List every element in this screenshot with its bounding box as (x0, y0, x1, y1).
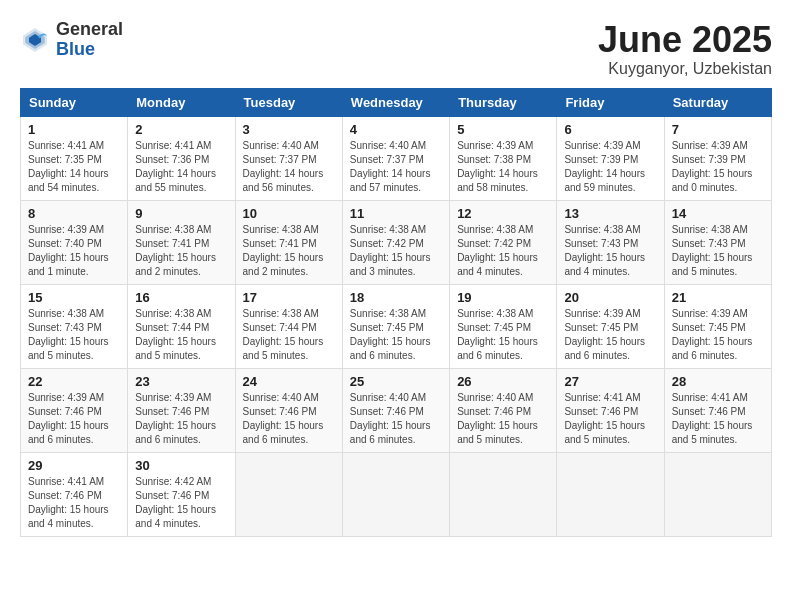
day-number: 15 (28, 290, 120, 305)
day-content: Sunrise: 4:41 AMSunset: 7:46 PMDaylight:… (564, 391, 656, 447)
table-row: 4Sunrise: 4:40 AMSunset: 7:37 PMDaylight… (342, 116, 449, 200)
day-content: Sunrise: 4:40 AMSunset: 7:46 PMDaylight:… (243, 391, 335, 447)
day-number: 7 (672, 122, 764, 137)
day-number: 5 (457, 122, 549, 137)
day-number: 13 (564, 206, 656, 221)
location-title: Kuyganyor, Uzbekistan (598, 60, 772, 78)
day-content: Sunrise: 4:38 AMSunset: 7:42 PMDaylight:… (350, 223, 442, 279)
table-row (342, 452, 449, 536)
table-row: 12Sunrise: 4:38 AMSunset: 7:42 PMDayligh… (450, 200, 557, 284)
calendar-row-2: 8Sunrise: 4:39 AMSunset: 7:40 PMDaylight… (21, 200, 772, 284)
day-content: Sunrise: 4:38 AMSunset: 7:45 PMDaylight:… (350, 307, 442, 363)
table-row: 10Sunrise: 4:38 AMSunset: 7:41 PMDayligh… (235, 200, 342, 284)
calendar-row-4: 22Sunrise: 4:39 AMSunset: 7:46 PMDayligh… (21, 368, 772, 452)
table-row: 7Sunrise: 4:39 AMSunset: 7:39 PMDaylight… (664, 116, 771, 200)
day-content: Sunrise: 4:41 AMSunset: 7:36 PMDaylight:… (135, 139, 227, 195)
day-content: Sunrise: 4:38 AMSunset: 7:43 PMDaylight:… (564, 223, 656, 279)
day-content: Sunrise: 4:38 AMSunset: 7:44 PMDaylight:… (135, 307, 227, 363)
day-content: Sunrise: 4:40 AMSunset: 7:37 PMDaylight:… (243, 139, 335, 195)
header-tuesday: Tuesday (235, 88, 342, 116)
day-content: Sunrise: 4:39 AMSunset: 7:38 PMDaylight:… (457, 139, 549, 195)
header-thursday: Thursday (450, 88, 557, 116)
day-content: Sunrise: 4:38 AMSunset: 7:43 PMDaylight:… (28, 307, 120, 363)
table-row: 15Sunrise: 4:38 AMSunset: 7:43 PMDayligh… (21, 284, 128, 368)
page-header: General Blue June 2025 Kuyganyor, Uzbeki… (20, 20, 772, 78)
day-content: Sunrise: 4:40 AMSunset: 7:37 PMDaylight:… (350, 139, 442, 195)
day-number: 17 (243, 290, 335, 305)
table-row (450, 452, 557, 536)
logo-blue-text: Blue (56, 40, 123, 60)
table-row: 11Sunrise: 4:38 AMSunset: 7:42 PMDayligh… (342, 200, 449, 284)
day-number: 19 (457, 290, 549, 305)
header-sunday: Sunday (21, 88, 128, 116)
day-content: Sunrise: 4:39 AMSunset: 7:39 PMDaylight:… (564, 139, 656, 195)
logo: General Blue (20, 20, 123, 60)
day-number: 22 (28, 374, 120, 389)
day-number: 9 (135, 206, 227, 221)
day-content: Sunrise: 4:38 AMSunset: 7:41 PMDaylight:… (243, 223, 335, 279)
day-number: 11 (350, 206, 442, 221)
day-content: Sunrise: 4:41 AMSunset: 7:46 PMDaylight:… (672, 391, 764, 447)
day-content: Sunrise: 4:39 AMSunset: 7:39 PMDaylight:… (672, 139, 764, 195)
calendar-header-row: Sunday Monday Tuesday Wednesday Thursday… (21, 88, 772, 116)
day-number: 29 (28, 458, 120, 473)
day-number: 24 (243, 374, 335, 389)
day-content: Sunrise: 4:41 AMSunset: 7:35 PMDaylight:… (28, 139, 120, 195)
day-content: Sunrise: 4:39 AMSunset: 7:45 PMDaylight:… (564, 307, 656, 363)
table-row: 26Sunrise: 4:40 AMSunset: 7:46 PMDayligh… (450, 368, 557, 452)
day-number: 12 (457, 206, 549, 221)
day-number: 6 (564, 122, 656, 137)
header-saturday: Saturday (664, 88, 771, 116)
day-number: 21 (672, 290, 764, 305)
table-row: 24Sunrise: 4:40 AMSunset: 7:46 PMDayligh… (235, 368, 342, 452)
table-row: 14Sunrise: 4:38 AMSunset: 7:43 PMDayligh… (664, 200, 771, 284)
calendar-row-1: 1Sunrise: 4:41 AMSunset: 7:35 PMDaylight… (21, 116, 772, 200)
table-row (235, 452, 342, 536)
table-row: 2Sunrise: 4:41 AMSunset: 7:36 PMDaylight… (128, 116, 235, 200)
day-number: 8 (28, 206, 120, 221)
table-row: 27Sunrise: 4:41 AMSunset: 7:46 PMDayligh… (557, 368, 664, 452)
table-row: 8Sunrise: 4:39 AMSunset: 7:40 PMDaylight… (21, 200, 128, 284)
day-number: 18 (350, 290, 442, 305)
table-row: 25Sunrise: 4:40 AMSunset: 7:46 PMDayligh… (342, 368, 449, 452)
day-number: 1 (28, 122, 120, 137)
day-content: Sunrise: 4:40 AMSunset: 7:46 PMDaylight:… (350, 391, 442, 447)
day-number: 20 (564, 290, 656, 305)
day-number: 30 (135, 458, 227, 473)
day-number: 2 (135, 122, 227, 137)
table-row: 28Sunrise: 4:41 AMSunset: 7:46 PMDayligh… (664, 368, 771, 452)
calendar-table: Sunday Monday Tuesday Wednesday Thursday… (20, 88, 772, 537)
day-content: Sunrise: 4:39 AMSunset: 7:46 PMDaylight:… (28, 391, 120, 447)
day-number: 10 (243, 206, 335, 221)
day-number: 27 (564, 374, 656, 389)
day-content: Sunrise: 4:38 AMSunset: 7:44 PMDaylight:… (243, 307, 335, 363)
day-content: Sunrise: 4:38 AMSunset: 7:45 PMDaylight:… (457, 307, 549, 363)
table-row (664, 452, 771, 536)
day-content: Sunrise: 4:40 AMSunset: 7:46 PMDaylight:… (457, 391, 549, 447)
table-row: 3Sunrise: 4:40 AMSunset: 7:37 PMDaylight… (235, 116, 342, 200)
day-content: Sunrise: 4:42 AMSunset: 7:46 PMDaylight:… (135, 475, 227, 531)
header-monday: Monday (128, 88, 235, 116)
day-content: Sunrise: 4:39 AMSunset: 7:45 PMDaylight:… (672, 307, 764, 363)
day-number: 3 (243, 122, 335, 137)
day-content: Sunrise: 4:39 AMSunset: 7:46 PMDaylight:… (135, 391, 227, 447)
table-row: 5Sunrise: 4:39 AMSunset: 7:38 PMDaylight… (450, 116, 557, 200)
table-row: 20Sunrise: 4:39 AMSunset: 7:45 PMDayligh… (557, 284, 664, 368)
table-row: 17Sunrise: 4:38 AMSunset: 7:44 PMDayligh… (235, 284, 342, 368)
title-area: June 2025 Kuyganyor, Uzbekistan (598, 20, 772, 78)
table-row: 19Sunrise: 4:38 AMSunset: 7:45 PMDayligh… (450, 284, 557, 368)
table-row: 22Sunrise: 4:39 AMSunset: 7:46 PMDayligh… (21, 368, 128, 452)
table-row: 29Sunrise: 4:41 AMSunset: 7:46 PMDayligh… (21, 452, 128, 536)
day-content: Sunrise: 4:39 AMSunset: 7:40 PMDaylight:… (28, 223, 120, 279)
header-friday: Friday (557, 88, 664, 116)
table-row: 16Sunrise: 4:38 AMSunset: 7:44 PMDayligh… (128, 284, 235, 368)
table-row: 23Sunrise: 4:39 AMSunset: 7:46 PMDayligh… (128, 368, 235, 452)
day-number: 4 (350, 122, 442, 137)
day-content: Sunrise: 4:38 AMSunset: 7:41 PMDaylight:… (135, 223, 227, 279)
day-number: 16 (135, 290, 227, 305)
table-row: 21Sunrise: 4:39 AMSunset: 7:45 PMDayligh… (664, 284, 771, 368)
logo-icon (20, 25, 50, 55)
table-row: 6Sunrise: 4:39 AMSunset: 7:39 PMDaylight… (557, 116, 664, 200)
logo-general-text: General (56, 20, 123, 40)
logo-text: General Blue (56, 20, 123, 60)
